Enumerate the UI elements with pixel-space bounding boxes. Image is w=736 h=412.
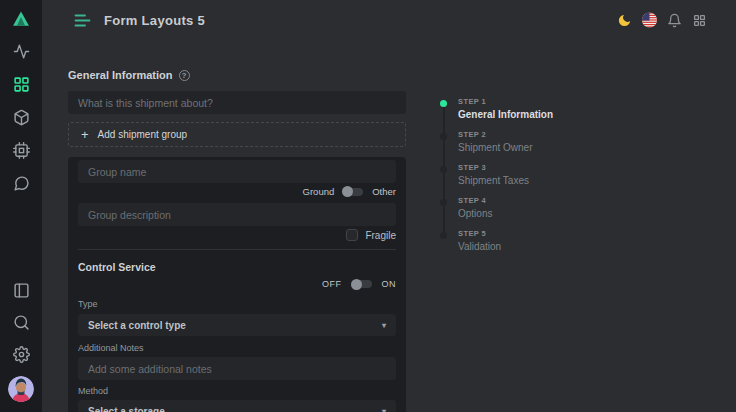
type-label: Type (78, 300, 396, 309)
gear-icon[interactable] (13, 346, 30, 363)
stepper-step-5[interactable]: STEP 5 Validation (440, 230, 553, 252)
step-dot (440, 199, 447, 206)
ground-other-toggle-row: Ground Other (78, 185, 396, 198)
shipment-form: General Information ? + Add shipment gro… (68, 70, 406, 412)
add-shipment-group-button[interactable]: + Add shipment group (68, 122, 406, 147)
user-avatar[interactable] (8, 376, 34, 402)
bell-notifications-icon[interactable] (667, 13, 682, 28)
page-title: Form Layouts 5 (104, 13, 205, 28)
on-label: ON (382, 279, 397, 289)
layout-panel-icon[interactable] (13, 282, 30, 299)
step-label: STEP 1 (458, 98, 553, 106)
fragile-row: Fragile (78, 229, 396, 241)
additional-notes-label: Additional Notes (78, 344, 396, 353)
control-type-select-value: Select a control type (88, 320, 186, 331)
chevron-down-icon: ▾ (382, 321, 386, 330)
page-content: General Information ? + Add shipment gro… (42, 40, 736, 412)
header-actions (617, 13, 707, 28)
app-logo-icon[interactable] (11, 9, 31, 29)
ground-other-switch[interactable] (343, 188, 363, 196)
control-service-heading: Control Service (78, 262, 396, 273)
step-title: Shipment Taxes (458, 175, 553, 186)
control-type-select[interactable]: Select a control type ▾ (78, 314, 396, 336)
section-heading-text: General Information (68, 70, 173, 81)
step-label: STEP 4 (458, 197, 553, 205)
step-label: STEP 2 (458, 131, 553, 139)
stepper-step-4[interactable]: STEP 4 Options (440, 197, 553, 219)
step-label: STEP 5 (458, 230, 553, 238)
activity-icon[interactable] (13, 43, 30, 60)
section-heading: General Information ? (68, 70, 406, 81)
shipment-about-input[interactable] (68, 91, 406, 114)
fragile-label: Fragile (365, 230, 396, 241)
step-title: Validation (458, 241, 553, 252)
group-name-input[interactable] (78, 160, 396, 183)
step-title: Shipment Owner (458, 142, 553, 153)
storage-method-select-value: Select a storage (88, 406, 165, 412)
shipment-group-card: Ground Other Fragile Control Service OFF (68, 157, 406, 412)
main-area: Form Layouts 5 General Inf (42, 0, 736, 412)
other-label: Other (372, 186, 396, 197)
search-icon[interactable] (13, 314, 30, 331)
stepper-step-3[interactable]: STEP 3 Shipment Taxes (440, 164, 553, 186)
grid-apps-icon[interactable] (692, 13, 707, 28)
ground-label: Ground (303, 186, 335, 197)
step-label: STEP 3 (458, 164, 553, 172)
fragile-checkbox[interactable] (346, 229, 358, 241)
cpu-icon[interactable] (13, 142, 30, 159)
sidebar-toggle-menu-icon[interactable] (74, 13, 91, 28)
card-divider (78, 249, 396, 250)
step-dot (440, 166, 447, 173)
step-title: General Information (458, 109, 553, 120)
chat-bubble-icon[interactable] (13, 175, 30, 192)
chevron-down-icon: ▾ (382, 407, 386, 412)
cube-icon[interactable] (13, 109, 30, 126)
additional-notes-input[interactable] (78, 357, 396, 380)
top-header: Form Layouts 5 (42, 0, 736, 40)
switch-knob (351, 279, 362, 290)
form-stepper: STEP 1 General Information STEP 2 Shipme… (440, 70, 553, 412)
step-dot-active (440, 100, 447, 107)
method-label: Method (78, 387, 396, 396)
grid-layouts-icon[interactable] (13, 76, 30, 93)
stepper-step-1[interactable]: STEP 1 General Information (440, 98, 553, 120)
sidebar (0, 0, 42, 412)
us-flag-language-icon[interactable] (642, 13, 657, 28)
off-on-switch[interactable] (352, 280, 372, 288)
help-icon[interactable]: ? (179, 70, 190, 81)
plus-icon: + (81, 128, 89, 141)
step-dot (440, 133, 447, 140)
off-on-toggle-row: OFF ON (78, 278, 396, 290)
group-description-input[interactable] (78, 203, 396, 226)
app-window: Form Layouts 5 General Inf (0, 0, 736, 412)
step-dot (440, 232, 447, 239)
moon-theme-icon[interactable] (617, 13, 632, 28)
step-title: Options (458, 208, 553, 219)
storage-method-select[interactable]: Select a storage ▾ (78, 400, 396, 412)
stepper-step-2[interactable]: STEP 2 Shipment Owner (440, 131, 553, 153)
add-shipment-group-label: Add shipment group (98, 129, 188, 140)
switch-knob (342, 186, 353, 197)
off-label: OFF (322, 279, 342, 289)
